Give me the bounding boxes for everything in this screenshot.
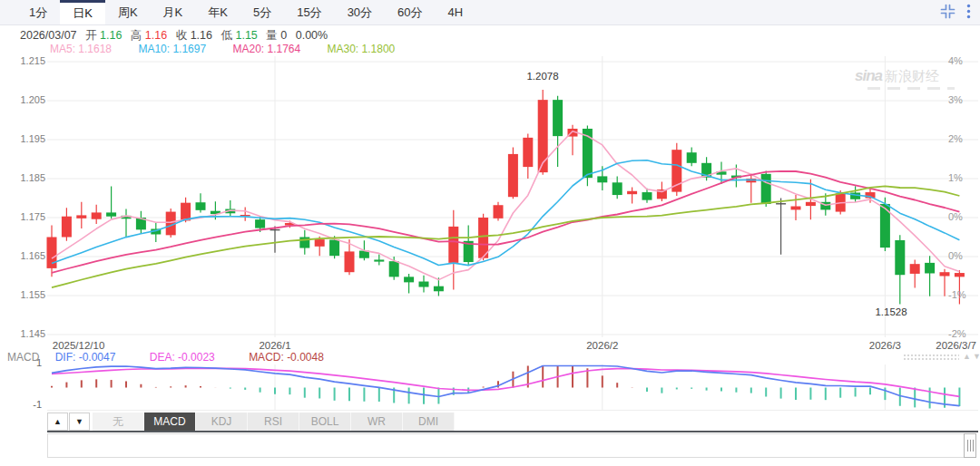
date-axis-label: 2025/12/10: [53, 340, 105, 351]
period-tab-日K[interactable]: 日K: [60, 0, 105, 24]
low-label: 低: [220, 29, 232, 42]
period-tab-15分[interactable]: 15分: [284, 0, 334, 24]
indicator-tab-MACD[interactable]: MACD: [144, 413, 196, 431]
macd-axis-top: 1: [22, 357, 42, 368]
volume-value: 0: [280, 29, 287, 42]
indicator-tab-BOLL[interactable]: BOLL: [299, 413, 351, 431]
close-value: 1.16: [191, 29, 212, 42]
dea-value: DEA: -0.0023: [150, 351, 215, 364]
date-axis-label: 2026/1: [259, 340, 290, 351]
ma10-value: MA10: 1.1697: [138, 43, 206, 55]
low-value: 1.15: [235, 29, 257, 42]
panel-collapse-button[interactable]: ▼: [69, 413, 90, 431]
high-value: 1.16: [145, 29, 167, 42]
period-tab-月K[interactable]: 月K: [151, 0, 196, 24]
kebab-menu-icon[interactable]: [966, 4, 971, 19]
price-axis-label: 1.145: [7, 328, 45, 339]
period-tab-周K[interactable]: 周K: [105, 0, 151, 24]
ma5-value: MA5: 1.1618: [50, 43, 112, 55]
price-axis-label: 1.185: [7, 172, 45, 183]
macd-legend: MACD DIF: -0.0047 DEA: -0.0023 MACD: -0.…: [7, 351, 324, 364]
price-axis-label: 1.205: [7, 94, 45, 105]
indicator-tab-KDJ[interactable]: KDJ: [196, 413, 248, 431]
timeline-scroll-handle[interactable]: [964, 433, 976, 458]
high-label: 高: [131, 29, 142, 42]
price-axis-label: 1.155: [7, 289, 45, 300]
volume-label: 量: [266, 29, 278, 42]
chart-application: sina新浪财经 1分日K周K月K年K5分15分30分60分4H 2026/03…: [0, 0, 980, 466]
period-toolbar: 1分日K周K月K年K5分15分30分60分4H: [0, 0, 980, 25]
open-value: 1.16: [100, 29, 122, 42]
timeline-separator: [47, 431, 978, 432]
macd-value: MACD: -0.0048: [249, 351, 324, 364]
main-chart-plot-area[interactable]: [47, 54, 969, 340]
ma30-value: MA30: 1.1800: [328, 43, 396, 55]
ohlc-info-bar: 2026/03/07 开 1.16 高 1.16 收 1.16 低 1.15 量…: [20, 28, 328, 44]
period-tab-年K[interactable]: 年K: [195, 0, 240, 24]
indicator-strip: ▲ ▼ 无MACDKDJRSIBOLLWRDMI: [47, 413, 455, 431]
axis-scroll-down-icon[interactable]: ▼: [973, 352, 980, 361]
ma20-value: MA20: 1.1764: [232, 43, 300, 55]
price-axis-label: 1.195: [7, 133, 45, 144]
price-axis-label: 1.165: [7, 250, 45, 261]
collapse-icon[interactable]: [940, 4, 956, 19]
period-tabs: 1分日K周K月K年K5分15分30分60分4H: [16, 0, 980, 24]
dif-value: DIF: -0.0047: [55, 351, 116, 364]
date-axis-label: 2026/2: [586, 340, 618, 351]
date-axis-label: 2026/3: [869, 340, 901, 351]
panel-expand-button[interactable]: ▲: [47, 413, 68, 431]
indicator-tab-无[interactable]: 无: [93, 413, 144, 431]
macd-axis-bottom: -1: [22, 399, 42, 410]
close-label: 收: [176, 29, 188, 42]
toolbar-icons: [940, 4, 971, 19]
period-tab-60分[interactable]: 60分: [385, 0, 435, 24]
period-tab-5分[interactable]: 5分: [240, 0, 284, 24]
period-tab-4H[interactable]: 4H: [436, 0, 476, 24]
macd-plot-area[interactable]: [47, 363, 969, 411]
price-axis-label: 1.175: [7, 211, 45, 222]
quote-date: 2026/03/07: [20, 29, 77, 42]
price-axis-label: 1.215: [7, 55, 45, 66]
indicator-tab-RSI[interactable]: RSI: [248, 413, 299, 431]
ma-legend: MA5: 1.1618 MA10: 1.1697 MA20: 1.1764 MA…: [50, 43, 418, 55]
date-axis-label: 2026/3/7: [936, 340, 976, 351]
axis-scroll-up-icon[interactable]: ▲: [963, 352, 971, 361]
period-tab-30分[interactable]: 30分: [335, 0, 385, 24]
indicator-tab-WR[interactable]: WR: [351, 413, 403, 431]
period-tab-1分[interactable]: 1分: [16, 0, 60, 24]
indicator-tabs: 无MACDKDJRSIBOLLWRDMI: [93, 413, 455, 431]
open-label: 开: [85, 29, 97, 42]
timeline-navigator[interactable]: [47, 433, 964, 458]
axis-scroll-dots: [903, 354, 959, 361]
change-percent: 0.00%: [296, 29, 328, 42]
indicator-tab-DMI[interactable]: DMI: [403, 413, 455, 431]
